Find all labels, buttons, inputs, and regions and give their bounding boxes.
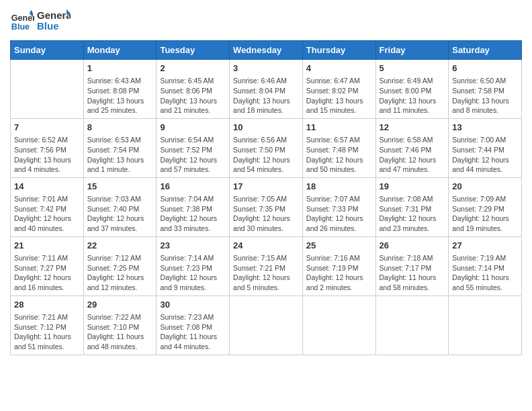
day-number: 26 <box>380 240 445 252</box>
day-number: 6 <box>452 62 518 75</box>
day-number: 21 <box>14 240 80 252</box>
day-info: Sunrise: 7:15 AMSunset: 7:21 PMDaylight:… <box>233 253 299 293</box>
day-number: 14 <box>14 181 80 193</box>
calendar-cell: 20Sunrise: 7:09 AMSunset: 7:29 PMDayligh… <box>449 177 522 236</box>
calendar-cell: 30Sunrise: 7:23 AMSunset: 7:08 PMDayligh… <box>157 295 230 355</box>
day-number: 13 <box>452 122 518 134</box>
svg-text:General: General <box>37 9 71 21</box>
day-header-tuesday: Tuesday <box>157 41 230 60</box>
header: General Blue General Blue <box>10 7 522 35</box>
logo-icon: General Blue <box>10 9 34 33</box>
calendar-cell <box>375 295 449 355</box>
calendar-cell: 15Sunrise: 7:03 AMSunset: 7:40 PMDayligh… <box>83 177 157 236</box>
calendar-cell: 22Sunrise: 7:12 AMSunset: 7:25 PMDayligh… <box>83 236 157 295</box>
day-header-friday: Friday <box>375 41 449 60</box>
calendar-cell: 18Sunrise: 7:07 AMSunset: 7:33 PMDayligh… <box>302 177 375 236</box>
day-header-thursday: Thursday <box>302 41 375 60</box>
calendar-cell: 13Sunrise: 7:00 AMSunset: 7:44 PMDayligh… <box>449 118 522 177</box>
day-info: Sunrise: 7:11 AMSunset: 7:27 PMDaylight:… <box>14 253 80 293</box>
day-number: 12 <box>380 122 445 134</box>
day-info: Sunrise: 6:58 AMSunset: 7:46 PMDaylight:… <box>380 135 445 175</box>
day-info: Sunrise: 7:22 AMSunset: 7:10 PMDaylight:… <box>87 312 153 352</box>
day-number: 27 <box>452 240 518 252</box>
days-of-week-row: SundayMondayTuesdayWednesdayThursdayFrid… <box>11 41 522 60</box>
day-number: 22 <box>87 240 153 252</box>
day-info: Sunrise: 7:23 AMSunset: 7:08 PMDaylight:… <box>160 312 226 352</box>
week-row-5: 28Sunrise: 7:21 AMSunset: 7:12 PMDayligh… <box>11 295 522 355</box>
day-number: 20 <box>452 181 518 193</box>
calendar-cell: 29Sunrise: 7:22 AMSunset: 7:10 PMDayligh… <box>83 295 157 355</box>
calendar-table: SundayMondayTuesdayWednesdayThursdayFrid… <box>10 40 522 355</box>
calendar-cell: 10Sunrise: 6:56 AMSunset: 7:50 PMDayligh… <box>230 118 303 177</box>
day-info: Sunrise: 7:05 AMSunset: 7:35 PMDaylight:… <box>233 194 299 234</box>
calendar-cell: 21Sunrise: 7:11 AMSunset: 7:27 PMDayligh… <box>11 236 84 295</box>
day-info: Sunrise: 6:57 AMSunset: 7:48 PMDaylight:… <box>306 135 372 175</box>
day-info: Sunrise: 7:00 AMSunset: 7:44 PMDaylight:… <box>452 135 518 175</box>
svg-marker-2 <box>30 10 33 13</box>
calendar-body: 1Sunrise: 6:43 AMSunset: 8:08 PMDaylight… <box>11 60 522 355</box>
calendar-cell: 3Sunrise: 6:46 AMSunset: 8:04 PMDaylight… <box>230 60 303 119</box>
svg-text:Blue: Blue <box>37 20 59 32</box>
day-info: Sunrise: 7:08 AMSunset: 7:31 PMDaylight:… <box>380 194 445 234</box>
calendar-cell: 1Sunrise: 6:43 AMSunset: 8:08 PMDaylight… <box>83 60 157 119</box>
calendar-cell: 26Sunrise: 7:18 AMSunset: 7:17 PMDayligh… <box>375 236 449 295</box>
day-header-saturday: Saturday <box>449 41 522 60</box>
day-info: Sunrise: 7:21 AMSunset: 7:12 PMDaylight:… <box>14 312 80 352</box>
day-number: 17 <box>233 181 299 193</box>
day-number: 7 <box>14 122 80 134</box>
day-header-sunday: Sunday <box>11 41 84 60</box>
day-info: Sunrise: 6:56 AMSunset: 7:50 PMDaylight:… <box>233 135 299 175</box>
day-info: Sunrise: 6:53 AMSunset: 7:54 PMDaylight:… <box>87 135 153 175</box>
day-number: 19 <box>380 181 445 193</box>
day-number: 16 <box>160 181 226 193</box>
calendar-cell <box>11 60 84 119</box>
calendar-cell: 19Sunrise: 7:08 AMSunset: 7:31 PMDayligh… <box>375 177 449 236</box>
day-info: Sunrise: 7:09 AMSunset: 7:29 PMDaylight:… <box>452 194 518 234</box>
calendar-cell <box>230 295 303 355</box>
calendar-cell: 17Sunrise: 7:05 AMSunset: 7:35 PMDayligh… <box>230 177 303 236</box>
day-number: 1 <box>87 62 153 75</box>
day-info: Sunrise: 6:52 AMSunset: 7:56 PMDaylight:… <box>14 135 80 175</box>
day-info: Sunrise: 7:19 AMSunset: 7:14 PMDaylight:… <box>452 253 518 293</box>
generalblue-logo-graphic: General Blue <box>37 7 71 35</box>
day-header-monday: Monday <box>83 41 157 60</box>
calendar-cell: 12Sunrise: 6:58 AMSunset: 7:46 PMDayligh… <box>375 118 449 177</box>
day-number: 29 <box>87 299 153 311</box>
calendar-cell: 24Sunrise: 7:15 AMSunset: 7:21 PMDayligh… <box>230 236 303 295</box>
week-row-2: 7Sunrise: 6:52 AMSunset: 7:56 PMDaylight… <box>11 118 522 177</box>
calendar-cell: 7Sunrise: 6:52 AMSunset: 7:56 PMDaylight… <box>11 118 84 177</box>
day-number: 25 <box>306 240 372 252</box>
day-info: Sunrise: 7:01 AMSunset: 7:42 PMDaylight:… <box>14 194 80 234</box>
calendar-cell: 9Sunrise: 6:54 AMSunset: 7:52 PMDaylight… <box>157 118 230 177</box>
day-number: 23 <box>160 240 226 252</box>
calendar-cell: 4Sunrise: 6:47 AMSunset: 8:02 PMDaylight… <box>302 60 375 119</box>
day-info: Sunrise: 7:18 AMSunset: 7:17 PMDaylight:… <box>380 253 445 293</box>
day-number: 2 <box>160 62 226 75</box>
week-row-1: 1Sunrise: 6:43 AMSunset: 8:08 PMDaylight… <box>11 60 522 119</box>
day-info: Sunrise: 7:12 AMSunset: 7:25 PMDaylight:… <box>87 253 153 293</box>
day-info: Sunrise: 6:47 AMSunset: 8:02 PMDaylight:… <box>306 76 372 116</box>
calendar-header: SundayMondayTuesdayWednesdayThursdayFrid… <box>11 41 522 60</box>
calendar-cell <box>449 295 522 355</box>
day-info: Sunrise: 6:45 AMSunset: 8:06 PMDaylight:… <box>160 76 226 116</box>
day-info: Sunrise: 6:50 AMSunset: 7:58 PMDaylight:… <box>452 76 518 116</box>
day-number: 4 <box>306 62 372 75</box>
calendar-cell: 8Sunrise: 6:53 AMSunset: 7:54 PMDaylight… <box>83 118 157 177</box>
day-number: 9 <box>160 122 226 134</box>
logo: General Blue General Blue <box>10 7 71 35</box>
calendar-cell <box>302 295 375 355</box>
day-info: Sunrise: 7:07 AMSunset: 7:33 PMDaylight:… <box>306 194 372 234</box>
calendar-cell: 11Sunrise: 6:57 AMSunset: 7:48 PMDayligh… <box>302 118 375 177</box>
day-info: Sunrise: 7:16 AMSunset: 7:19 PMDaylight:… <box>306 253 372 293</box>
calendar-cell: 25Sunrise: 7:16 AMSunset: 7:19 PMDayligh… <box>302 236 375 295</box>
day-info: Sunrise: 6:43 AMSunset: 8:08 PMDaylight:… <box>87 76 153 116</box>
week-row-4: 21Sunrise: 7:11 AMSunset: 7:27 PMDayligh… <box>11 236 522 295</box>
calendar-cell: 16Sunrise: 7:04 AMSunset: 7:38 PMDayligh… <box>157 177 230 236</box>
day-info: Sunrise: 6:49 AMSunset: 8:00 PMDaylight:… <box>380 76 445 116</box>
calendar-cell: 14Sunrise: 7:01 AMSunset: 7:42 PMDayligh… <box>11 177 84 236</box>
calendar-cell: 6Sunrise: 6:50 AMSunset: 7:58 PMDaylight… <box>449 60 522 119</box>
day-number: 28 <box>14 299 80 311</box>
calendar-cell: 2Sunrise: 6:45 AMSunset: 8:06 PMDaylight… <box>157 60 230 119</box>
day-number: 11 <box>306 122 372 134</box>
day-info: Sunrise: 6:46 AMSunset: 8:04 PMDaylight:… <box>233 76 299 116</box>
